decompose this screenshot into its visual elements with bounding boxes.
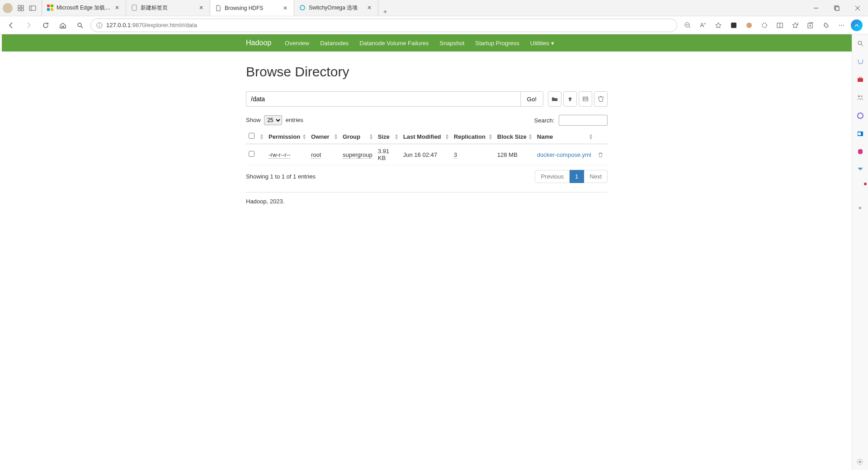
new-tab-button[interactable]: ＋ (378, 8, 392, 16)
tab-edge-addons[interactable]: Microsoft Edge 加载项 - Switchy ✕ (42, 0, 126, 16)
maximize-button[interactable] (826, 0, 847, 16)
home-button[interactable] (56, 19, 70, 32)
tab-new[interactable]: 新建标签页 ✕ (126, 0, 210, 16)
refresh-button[interactable] (39, 19, 52, 32)
favorite-icon[interactable] (712, 19, 725, 32)
ext-tampermonkey-icon[interactable] (742, 19, 756, 32)
svg-rect-10 (835, 7, 839, 10)
svg-rect-5 (51, 8, 53, 11)
read-aloud-icon[interactable]: A» (696, 19, 710, 32)
page-favicon (131, 4, 138, 11)
svg-line-14 (81, 26, 83, 28)
zoom-icon[interactable] (681, 19, 694, 32)
svg-rect-3 (51, 5, 53, 7)
split-screen-icon[interactable] (773, 19, 787, 32)
forward-button (22, 19, 35, 32)
tab-hdfs[interactable]: Browsing HDFS ✕ (210, 0, 294, 16)
extensions-icon[interactable] (819, 19, 833, 32)
tab-title: 新建标签页 (141, 4, 196, 12)
collections-icon[interactable] (804, 19, 817, 32)
svg-point-22 (746, 23, 752, 28)
page-favicon (215, 5, 222, 12)
window-controls (806, 0, 868, 16)
svg-point-13 (78, 23, 81, 27)
site-info-icon[interactable] (96, 22, 103, 28)
ext-switchy-icon[interactable] (758, 19, 771, 32)
close-icon[interactable]: ✕ (283, 5, 289, 11)
address-bar[interactable]: 127.0.0.1:9870/explorer.html#/data (90, 19, 677, 32)
back-button[interactable] (5, 19, 18, 32)
tab-title: Microsoft Edge 加载项 - Switchy (57, 4, 112, 12)
profile-avatar[interactable] (3, 3, 13, 13)
tab-title: Browsing HDFS (225, 5, 280, 11)
copilot-button[interactable] (850, 19, 863, 32)
ext-ublock-icon[interactable] (727, 19, 741, 32)
close-icon[interactable]: ✕ (199, 5, 205, 11)
browser-toolbar: 127.0.0.1:9870/explorer.html#/data A» ⋯ (0, 16, 868, 34)
svg-rect-2 (47, 5, 50, 7)
url-text: 127.0.0.1:9870/explorer.html#/data (106, 22, 197, 28)
svg-rect-21 (731, 23, 736, 28)
svg-point-17 (99, 24, 100, 24)
search-button[interactable] (73, 19, 87, 32)
close-icon[interactable]: ✕ (367, 5, 373, 11)
menu-icon[interactable]: ⋯ (835, 19, 848, 32)
favorites-list-icon[interactable] (788, 19, 802, 32)
tab-strip: Microsoft Edge 加载项 - Switchy ✕ 新建标签页 ✕ B… (42, 0, 806, 16)
svg-line-20 (689, 27, 690, 28)
tab-actions-icon[interactable] (29, 5, 36, 12)
close-icon[interactable]: ✕ (115, 5, 121, 11)
close-window-button[interactable] (847, 0, 868, 16)
browser-titlebar: Microsoft Edge 加载项 - Switchy ✕ 新建标签页 ✕ B… (0, 0, 868, 16)
svg-point-23 (762, 23, 767, 28)
tab-title: SwitchyOmega 选项 (309, 4, 364, 12)
workspaces-icon[interactable] (17, 5, 24, 12)
svg-rect-6 (132, 5, 137, 10)
svg-rect-0 (29, 6, 36, 10)
svg-point-7 (300, 5, 305, 10)
ms-favicon (47, 4, 54, 11)
svg-rect-4 (47, 8, 50, 11)
tab-switchyomega[interactable]: SwitchyOmega 选项 ✕ (294, 0, 378, 16)
switchy-favicon (299, 4, 306, 11)
minimize-button[interactable] (806, 0, 826, 16)
